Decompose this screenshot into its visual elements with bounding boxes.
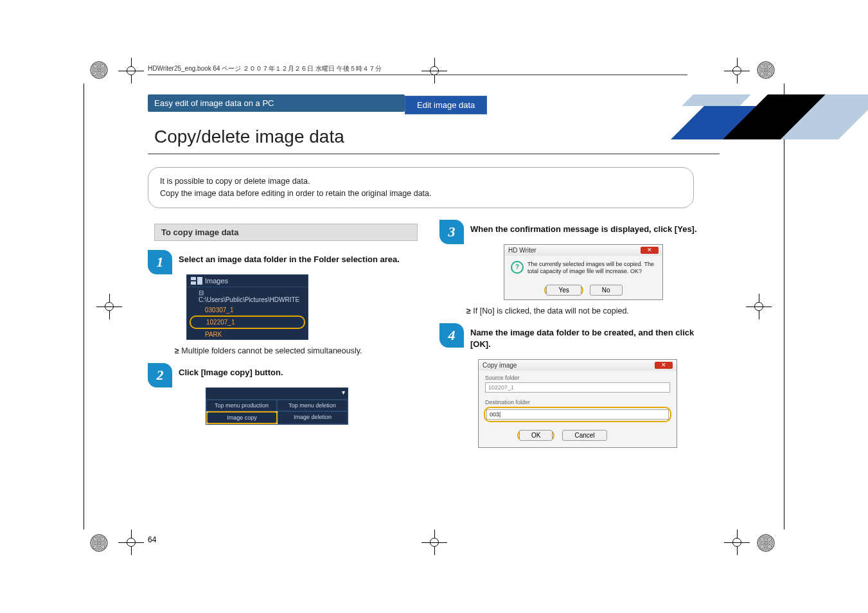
name-dialog-title: Copy image xyxy=(483,362,517,369)
svg-rect-2 xyxy=(197,277,202,285)
intro-line-2: Copy the image data before editing in or… xyxy=(160,188,682,200)
doc-header: HDWriter25_eng.book 64 ページ ２００７年１２月２６日 水… xyxy=(148,64,687,75)
step-4-text: Name the image data folder to be created… xyxy=(470,327,716,350)
section-heading: To copy image data xyxy=(154,224,418,241)
destination-folder-input[interactable]: 003| xyxy=(486,409,669,420)
folder-item-1[interactable]: 102207_1 xyxy=(206,317,300,327)
confirm-dialog-message: The currently selected images will be co… xyxy=(527,261,656,276)
btn-image-deletion: Image deletion xyxy=(278,411,348,424)
folder-item-2: PARK xyxy=(187,330,308,339)
step-4: 4 Name the image data folder to be creat… xyxy=(439,327,716,350)
page-title: Copy/delete image data xyxy=(148,123,720,154)
no-button[interactable]: No xyxy=(590,285,623,296)
note-if-no: If [No] is clicked, the data will not be… xyxy=(466,306,716,315)
breadcrumb-left: Easy edit of image data on a PC xyxy=(148,94,405,112)
source-folder-label: Source folder xyxy=(479,371,677,382)
step-2-text: Click [Image copy] button. xyxy=(179,367,424,378)
folder-header-label: Images xyxy=(205,277,228,285)
svg-rect-0 xyxy=(191,277,196,280)
breadcrumb-right: Edit image data xyxy=(405,96,487,114)
confirm-dialog-title: HD Writer xyxy=(508,247,536,254)
images-icon xyxy=(191,277,202,285)
confirm-dialog-illustration: HD Writer ✕ ? The currently selected ima… xyxy=(504,244,716,300)
source-folder-value: 102207_1 xyxy=(485,382,670,393)
step-2: 2 Click [Image copy] button. xyxy=(148,367,424,378)
folder-item-0: 030307_1 xyxy=(187,305,308,315)
page-number: 64 xyxy=(148,535,156,544)
title-decoration xyxy=(642,94,848,141)
name-dialog-illustration: Copy image ✕ Source folder 102207_1 Dest… xyxy=(478,359,716,448)
step-number-2: 2 xyxy=(148,363,172,387)
step-1: 1 Select an image data folder in the Fol… xyxy=(148,254,424,265)
close-icon[interactable]: ✕ xyxy=(641,247,659,254)
btn-image-copy[interactable]: Image copy xyxy=(206,411,278,424)
btn-top-menu-production: Top menu production xyxy=(206,400,277,411)
step-3: 3 When the confirmation message is displ… xyxy=(439,224,716,235)
intro-box: It is possible to copy or delete image d… xyxy=(148,167,694,208)
step-number-4: 4 xyxy=(439,323,464,348)
breadcrumb: Easy edit of image data on a PC Edit ima… xyxy=(148,94,720,118)
btn-top-menu-deletion: Top menu deletion xyxy=(277,400,348,411)
destination-folder-label: Destination folder xyxy=(479,395,677,407)
cancel-button[interactable]: Cancel xyxy=(562,430,607,441)
svg-rect-1 xyxy=(191,281,196,285)
step-1-text: Select an image data folder in the Folde… xyxy=(179,254,424,265)
yes-button[interactable]: Yes xyxy=(546,285,581,296)
note-multiple-folders: Multiple folders cannot be selected simu… xyxy=(175,346,424,355)
ok-button[interactable]: OK xyxy=(519,430,553,441)
folder-path: ⊟ C:\Users\Public\Pictures\HDWRITE xyxy=(187,287,308,305)
step-number-3: 3 xyxy=(439,220,464,244)
step-3-text: When the confirmation message is display… xyxy=(470,224,716,235)
question-icon: ? xyxy=(511,261,524,274)
step-number-1: 1 xyxy=(148,250,172,274)
close-icon[interactable]: ✕ xyxy=(655,362,673,369)
intro-line-1: It is possible to copy or delete image d… xyxy=(160,175,682,188)
folder-panel-illustration: Images ⊟ C:\Users\Public\Pictures\HDWRIT… xyxy=(186,274,424,340)
button-bar-illustration: Top menu production Top menu deletion Im… xyxy=(206,387,424,425)
